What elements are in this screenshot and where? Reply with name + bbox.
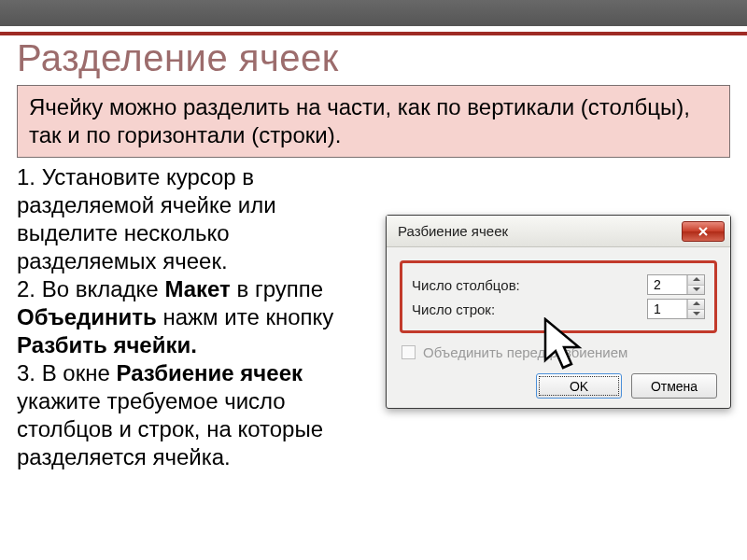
- columns-down-button[interactable]: [687, 285, 704, 295]
- merge-before-split-row[interactable]: Объединить перед разбиением: [402, 344, 717, 360]
- step-2f: Разбить ячейки.: [17, 332, 197, 357]
- columns-up-button[interactable]: [687, 275, 704, 285]
- cancel-button[interactable]: Отмена: [631, 373, 717, 399]
- columns-value[interactable]: 2: [648, 275, 687, 294]
- ok-button[interactable]: OK: [536, 373, 622, 399]
- columns-row: Число столбцов: 2: [412, 274, 705, 295]
- rows-spinner[interactable]: 1: [647, 299, 705, 319]
- steps-text: 1. Установите курсор в разделяемой ячейк…: [17, 163, 353, 471]
- columns-spinner[interactable]: 2: [647, 274, 705, 295]
- step-2a: 2. Во вкладке: [17, 276, 164, 301]
- chevron-down-icon: [693, 287, 700, 292]
- chevron-up-icon: [693, 301, 700, 306]
- presentation-top-bar: [0, 0, 747, 26]
- step-3b: Разбиение ячеек: [116, 360, 303, 385]
- step-2b: Макет: [164, 276, 230, 301]
- intro-text-box: Ячейку можно разделить на части, как по …: [17, 85, 730, 158]
- rows-label: Число строк:: [412, 301, 647, 317]
- rows-row: Число строк: 1: [412, 299, 705, 319]
- rows-value[interactable]: 1: [648, 300, 687, 318]
- chevron-down-icon: [693, 312, 700, 316]
- dialog-title: Разбиение ячеек: [398, 223, 508, 239]
- step-3c: укажите требуемое число столбцов и строк…: [17, 388, 323, 469]
- step-3a: 3. В окне: [17, 360, 116, 385]
- merge-checkbox[interactable]: [402, 345, 416, 359]
- close-icon: [698, 226, 709, 237]
- merge-label: Объединить перед разбиением: [423, 344, 627, 360]
- step-2e: нажм ите кнопку: [157, 304, 334, 329]
- step-2d: Объединить: [17, 304, 157, 329]
- rows-down-button[interactable]: [687, 309, 704, 319]
- step-2c: в группе: [231, 276, 323, 301]
- step-1: 1. Установите курсор в разделяемой ячейк…: [17, 164, 276, 273]
- dialog-titlebar[interactable]: Разбиение ячеек: [387, 216, 730, 247]
- columns-label: Число столбцов:: [412, 277, 647, 293]
- dialog-button-row: OK Отмена: [400, 370, 717, 399]
- highlight-outline: Число столбцов: 2: [400, 260, 717, 333]
- split-cells-dialog: Разбиение ячеек Число столбцов: 2: [386, 215, 731, 409]
- close-button[interactable]: [682, 221, 725, 242]
- rows-up-button[interactable]: [687, 300, 704, 309]
- slide-title: Разделение ячеек: [0, 35, 747, 85]
- chevron-up-icon: [693, 277, 700, 282]
